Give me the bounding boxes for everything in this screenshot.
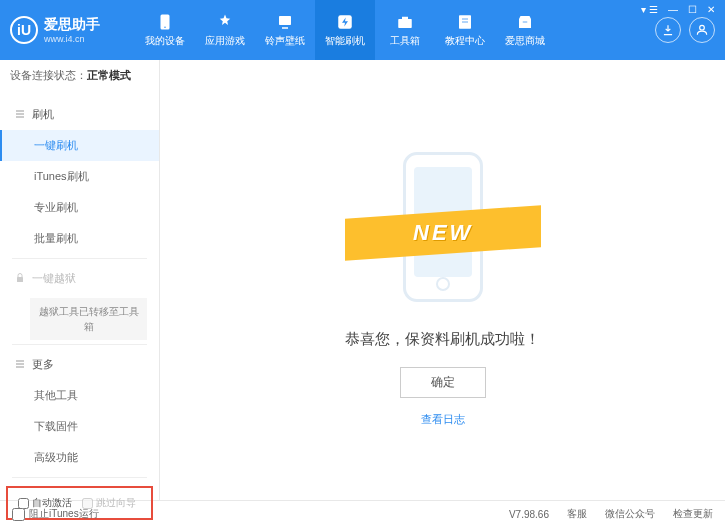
apps-icon: [215, 12, 235, 32]
logo[interactable]: iU 爱思助手 www.i4.cn: [10, 16, 135, 44]
view-log-link[interactable]: 查看日志: [421, 412, 465, 427]
tutorial-icon: [455, 12, 475, 32]
side-item[interactable]: 批量刷机: [0, 223, 159, 254]
side-group-flash[interactable]: 刷机: [0, 99, 159, 130]
side-item[interactable]: 专业刷机: [0, 192, 159, 223]
header: iU 爱思助手 www.i4.cn 我的设备应用游戏铃声壁纸智能刷机工具箱教程中…: [0, 0, 725, 60]
app-url: www.i4.cn: [44, 34, 100, 44]
nav-flash[interactable]: 智能刷机: [315, 0, 375, 60]
logo-icon: iU: [10, 16, 38, 44]
minimize-icon[interactable]: —: [668, 4, 678, 15]
side-item[interactable]: 下载固件: [0, 411, 159, 442]
flash-icon: [335, 12, 355, 32]
side-item[interactable]: 一键刷机: [0, 130, 159, 161]
nav-tutorial[interactable]: 教程中心: [435, 0, 495, 60]
sidebar: 设备连接状态：正常模式 刷机一键刷机iTunes刷机专业刷机批量刷机一键越狱越狱…: [0, 60, 160, 500]
user-button[interactable]: [689, 17, 715, 43]
connection-status: 设备连接状态：正常模式: [0, 60, 159, 91]
app-title: 爱思助手: [44, 16, 100, 34]
nav-toolbox[interactable]: 工具箱: [375, 0, 435, 60]
menu-icon[interactable]: ▾ ☰: [641, 4, 658, 15]
device-icon: [155, 12, 175, 32]
top-nav: 我的设备应用游戏铃声壁纸智能刷机工具箱教程中心爱思商城: [135, 0, 655, 60]
nav-ringtone[interactable]: 铃声壁纸: [255, 0, 315, 60]
side-item: 越狱工具已转移至工具箱: [30, 298, 147, 340]
svg-point-1: [164, 27, 166, 29]
side-group-jailbreak[interactable]: 一键越狱: [0, 263, 159, 294]
store-icon: [515, 12, 535, 32]
svg-rect-2: [279, 16, 291, 25]
svg-rect-7: [17, 277, 23, 282]
toolbox-icon: [395, 12, 415, 32]
block-itunes-checkbox[interactable]: 阻止iTunes运行: [12, 507, 99, 521]
footer-link-update[interactable]: 检查更新: [673, 507, 713, 521]
footer-link-support[interactable]: 客服: [567, 507, 587, 521]
footer-link-wechat[interactable]: 微信公众号: [605, 507, 655, 521]
menu-icon: [14, 108, 26, 122]
menu-icon: [14, 358, 26, 372]
main-content: NEW 恭喜您，保资料刷机成功啦！ 确定 查看日志: [160, 60, 725, 500]
nav-apps[interactable]: 应用游戏: [195, 0, 255, 60]
success-message: 恭喜您，保资料刷机成功啦！: [345, 330, 540, 349]
version-label: V7.98.66: [509, 509, 549, 520]
ringtone-icon: [275, 12, 295, 32]
close-icon[interactable]: ✕: [707, 4, 715, 15]
svg-rect-4: [398, 19, 412, 28]
download-button[interactable]: [655, 17, 681, 43]
side-item[interactable]: 高级功能: [0, 442, 159, 473]
nav-device[interactable]: 我的设备: [135, 0, 195, 60]
side-item[interactable]: 其他工具: [0, 380, 159, 411]
side-group-more[interactable]: 更多: [0, 349, 159, 380]
maximize-icon[interactable]: ☐: [688, 4, 697, 15]
nav-store[interactable]: 爱思商城: [495, 0, 555, 60]
success-illustration: NEW: [363, 134, 523, 314]
side-item[interactable]: iTunes刷机: [0, 161, 159, 192]
svg-point-6: [700, 25, 705, 30]
ok-button[interactable]: 确定: [400, 367, 486, 398]
lock-icon: [14, 272, 26, 286]
